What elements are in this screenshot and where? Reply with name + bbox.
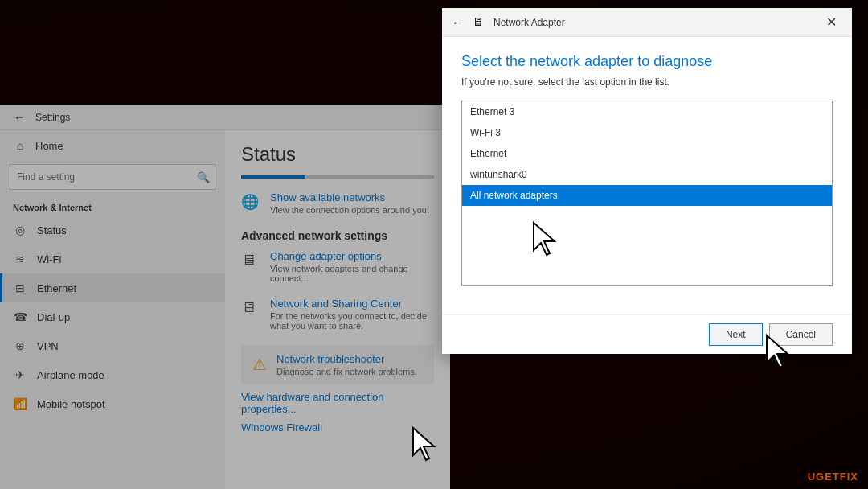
- adapter-item-ethernet[interactable]: Ethernet: [462, 143, 832, 164]
- watermark-accent: GET: [816, 471, 840, 483]
- adapter-item-all[interactable]: All network adapters: [462, 185, 832, 206]
- dialog-body: Select the network adapter to diagnose I…: [442, 37, 852, 314]
- dialog-close-button[interactable]: ✕: [820, 11, 842, 34]
- adapter-item-wifi3[interactable]: Wi-Fi 3: [462, 122, 832, 143]
- dialog-back-button[interactable]: ←: [452, 16, 463, 29]
- network-adapter-icon: 🖥: [473, 15, 487, 30]
- dialog-title: Network Adapter: [493, 17, 813, 28]
- network-adapter-dialog: ← 🖥 Network Adapter ✕ Select the network…: [442, 8, 852, 354]
- watermark-suffix: FIX: [840, 471, 858, 483]
- watermark-prefix: U: [808, 471, 816, 483]
- dialog-heading: Select the network adapter to diagnose: [461, 53, 833, 70]
- next-button[interactable]: Next: [709, 323, 763, 346]
- adapter-item-ethernet3[interactable]: Ethernet 3: [462, 101, 832, 122]
- watermark: UGETFIX: [808, 471, 858, 483]
- dialog-titlebar: ← 🖥 Network Adapter ✕: [442, 8, 852, 37]
- adapter-item-wintunshark0[interactable]: wintunshark0: [462, 164, 832, 185]
- dialog-subtext: If you're not sure, select the last opti…: [461, 76, 833, 88]
- cancel-button[interactable]: Cancel: [769, 323, 833, 346]
- dialog-footer: Next Cancel: [442, 314, 852, 354]
- adapter-list[interactable]: Ethernet 3 Wi-Fi 3 Ethernet wintunshark0…: [461, 101, 833, 286]
